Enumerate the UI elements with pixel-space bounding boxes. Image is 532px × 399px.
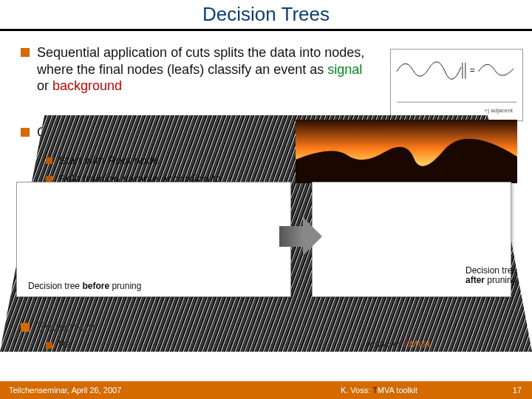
formula-svg: = +j adjacent bbox=[391, 50, 522, 121]
bottomup-row: Bottom-up bbox=[21, 319, 523, 335]
intro-prefix: Sequential application of cuts splits th… bbox=[37, 45, 364, 77]
intro-text: Sequential application of cuts splits th… bbox=[37, 44, 368, 95]
caption-before: Decision tree before pruning bbox=[25, 279, 144, 293]
bu-pre: Re bbox=[58, 338, 71, 349]
cap-left-pre: Decision tree bbox=[28, 281, 82, 291]
footer-rest: MVA toolkit bbox=[378, 386, 417, 395]
svg-text:+j adjacent: +j adjacent bbox=[485, 107, 514, 114]
bu-end: matic in bbox=[366, 338, 403, 349]
caption-after: Decision tree after pruning bbox=[466, 266, 525, 285]
bullet-icon bbox=[46, 342, 52, 349]
tmva-label: TMVA bbox=[403, 338, 431, 349]
bullet-icon bbox=[21, 48, 30, 57]
grow-sublist: Start with Root node Split training samp… bbox=[46, 148, 312, 185]
bottomup-sub-text: Re ————————————————————————————— matic i… bbox=[58, 338, 430, 349]
footer-left: Teilchenseminar, April 26, 2007 bbox=[0, 386, 256, 395]
title-underline bbox=[0, 29, 532, 31]
footer-page: 17 bbox=[502, 386, 532, 395]
intro-bullet: Sequential application of cuts splits th… bbox=[21, 44, 368, 95]
bullet-icon bbox=[46, 157, 52, 164]
svg-text:=: = bbox=[470, 65, 475, 75]
footer-center: K. Voss: TMVA toolkit bbox=[256, 386, 502, 395]
bullet-icon bbox=[21, 323, 30, 332]
cap-left-bold: before bbox=[82, 281, 109, 291]
grow-item-1: Start with Root node bbox=[46, 154, 312, 166]
signal-word: signal bbox=[327, 62, 362, 77]
cap-left-post: pruning bbox=[109, 281, 141, 291]
bottomup-sub-row: Re ————————————————————————————— matic i… bbox=[46, 338, 526, 349]
footer-t: T bbox=[372, 386, 378, 395]
slide-title: Decision Trees bbox=[0, 0, 532, 26]
grow-item-1-text: Start with Root node bbox=[58, 154, 159, 166]
intro-or: or bbox=[37, 78, 52, 93]
background-word: background bbox=[52, 78, 122, 93]
cap-right-pre: Decision tree bbox=[466, 265, 517, 276]
footer-tmva: TMVA toolkit bbox=[372, 386, 417, 395]
title-bar: Decision Trees bbox=[0, 0, 532, 31]
footer: Teilchenseminar, April 26, 2007 K. Voss:… bbox=[0, 381, 532, 399]
tmva-t: T bbox=[403, 338, 409, 349]
cap-right-bold: after bbox=[466, 275, 485, 285]
slide: Decision Trees Sequential application of… bbox=[0, 0, 532, 399]
bottomup-heading: Bottom-up bbox=[37, 319, 95, 335]
tmva-rest: MVA bbox=[409, 338, 431, 349]
cap-right-post: pruning bbox=[485, 275, 516, 285]
arrow-icon bbox=[279, 214, 322, 259]
footer-center-pre: K. Voss: bbox=[341, 386, 372, 395]
formula-figure: = +j adjacent bbox=[390, 49, 523, 121]
